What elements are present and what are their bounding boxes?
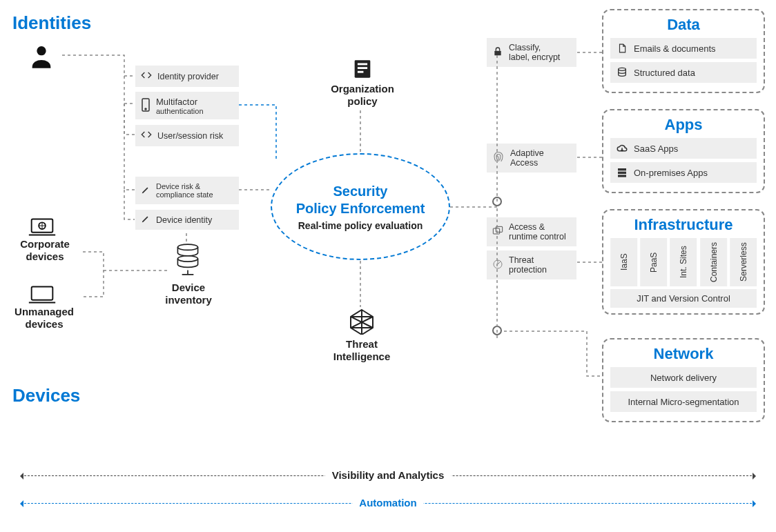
visibility-label: Visibility and Analytics	[325, 469, 452, 481]
infra-panel-title: Infrastructure	[610, 216, 757, 234]
cloud-icon	[616, 142, 628, 155]
svg-point-7	[177, 256, 197, 262]
access-label-1: Access &	[509, 222, 566, 232]
svg-rect-18	[618, 168, 626, 170]
device-identity-pill: Device identity	[135, 210, 239, 230]
lock-icon	[492, 46, 503, 59]
svg-rect-20	[618, 175, 626, 177]
network-item-delivery: Network delivery	[610, 367, 757, 388]
threat-intel-label: Threat Intelligence	[327, 338, 396, 363]
svg-rect-15	[496, 226, 502, 232]
apps-panel: Apps SaaS Apps On-premises Apps	[602, 109, 765, 193]
identities-title: Identities	[12, 12, 91, 34]
infra-containers: Containers	[700, 238, 727, 286]
code-icon	[141, 70, 152, 83]
access-runtime-pill: Access & runtime control	[487, 217, 576, 246]
pencil-icon	[141, 214, 151, 226]
apps-item-saas: SaaS Apps	[610, 138, 757, 159]
code-icon	[141, 129, 152, 142]
data-panel-title: Data	[610, 16, 757, 34]
apps-item-onprem: On-premises Apps	[610, 162, 757, 183]
corporate-devices-label: Corporate devices	[14, 238, 76, 263]
server-icon	[616, 166, 628, 179]
identity-provider-label: Identity provider	[157, 72, 219, 81]
identity-provider-pill: Identity provider	[135, 66, 239, 87]
automation-label: Automation	[352, 497, 423, 509]
data-panel: Data Emails & documents Structured data	[602, 9, 765, 93]
svg-rect-5	[32, 287, 53, 300]
device-inventory-icon	[171, 243, 205, 277]
svg-rect-13	[494, 50, 501, 55]
ellipse-title-1: Security	[333, 184, 388, 199]
unmanaged-devices-label: Unmanaged devices	[10, 306, 79, 331]
svg-point-6	[177, 244, 197, 250]
svg-point-0	[37, 46, 46, 55]
classify-label-2: label, encrypt	[509, 52, 560, 62]
user-session-risk-pill: User/session risk	[135, 125, 239, 146]
infra-serverless: Serverless	[730, 238, 757, 286]
infra-columns: IaaS PaaS Int. Sites Containers Serverle…	[610, 238, 757, 286]
device-risk-label-1: Device risk &	[156, 182, 213, 190]
org-policy-label: Organization policy	[324, 83, 400, 108]
mfa-pill: Multifactor authentication	[135, 92, 239, 119]
ellipse-subtitle: Real-time policy evaluation	[298, 220, 423, 231]
device-risk-pill: Device risk & compliance state	[135, 177, 239, 204]
svg-rect-10	[358, 67, 367, 69]
threat-intel-icon	[348, 307, 376, 335]
user-icon	[28, 43, 55, 70]
phone-icon	[141, 98, 151, 114]
infra-intsites: Int. Sites	[670, 238, 697, 286]
network-panel-title: Network	[610, 345, 757, 363]
access-label-2: runtime control	[509, 232, 566, 242]
classify-label-1: Classify,	[509, 43, 560, 52]
adaptive-label-2: Access	[510, 158, 544, 168]
device-risk-label-2: compliance state	[156, 190, 213, 199]
infra-panel: Infrastructure IaaS PaaS Int. Sites Cont…	[602, 209, 765, 315]
corporate-laptop-icon	[26, 214, 58, 242]
data-item-emails: Emails & documents	[610, 38, 757, 59]
pencil-icon	[141, 185, 151, 197]
infra-jit: JIT and Version Control	[610, 289, 757, 308]
device-inventory-label: Device inventory	[157, 282, 220, 306]
svg-rect-11	[358, 71, 364, 73]
node-network	[492, 326, 502, 335]
svg-rect-14	[493, 228, 499, 234]
database-icon	[616, 66, 628, 79]
threat-prot-label-1: Threat	[509, 255, 547, 265]
data-item-structured: Structured data	[610, 62, 757, 83]
fingerprint-icon	[492, 151, 505, 166]
user-session-risk-label: User/session risk	[157, 131, 223, 141]
network-panel: Network Network delivery Internal Micro-…	[602, 338, 765, 422]
threat-protection-pill: Threat protection	[487, 250, 576, 279]
file-icon	[616, 42, 628, 55]
mfa-label-2: authentication	[156, 107, 204, 115]
unmanaged-laptop-icon	[26, 282, 58, 309]
radar-icon	[492, 259, 503, 272]
security-policy-enforcement-ellipse: Security Policy Enforcement Real-time po…	[271, 153, 450, 260]
automation-line: Automation	[21, 497, 755, 509]
document-icon	[349, 55, 376, 83]
infra-iaas: IaaS	[610, 238, 637, 286]
adaptive-access-pill: Adaptive Access	[487, 144, 576, 173]
svg-rect-19	[618, 172, 626, 174]
node-apps	[492, 197, 502, 206]
device-identity-label: Device identity	[156, 215, 212, 225]
windows-icon	[492, 226, 503, 239]
classify-pill: Classify, label, encrypt	[487, 38, 576, 67]
apps-panel-title: Apps	[610, 116, 757, 134]
mfa-label-1: Multifactor	[156, 97, 204, 107]
visibility-line: Visibility and Analytics	[21, 469, 755, 482]
infra-paas: PaaS	[640, 238, 667, 286]
ellipse-title-2: Policy Enforcement	[296, 201, 425, 216]
svg-rect-9	[358, 63, 367, 66]
devices-title: Devices	[12, 385, 80, 406]
threat-prot-label-2: protection	[509, 265, 547, 275]
adaptive-label-1: Adaptive	[510, 148, 544, 158]
svg-point-2	[145, 108, 146, 110]
svg-point-17	[619, 68, 626, 70]
network-item-microseg: Internal Micro-segmentation	[610, 391, 757, 412]
